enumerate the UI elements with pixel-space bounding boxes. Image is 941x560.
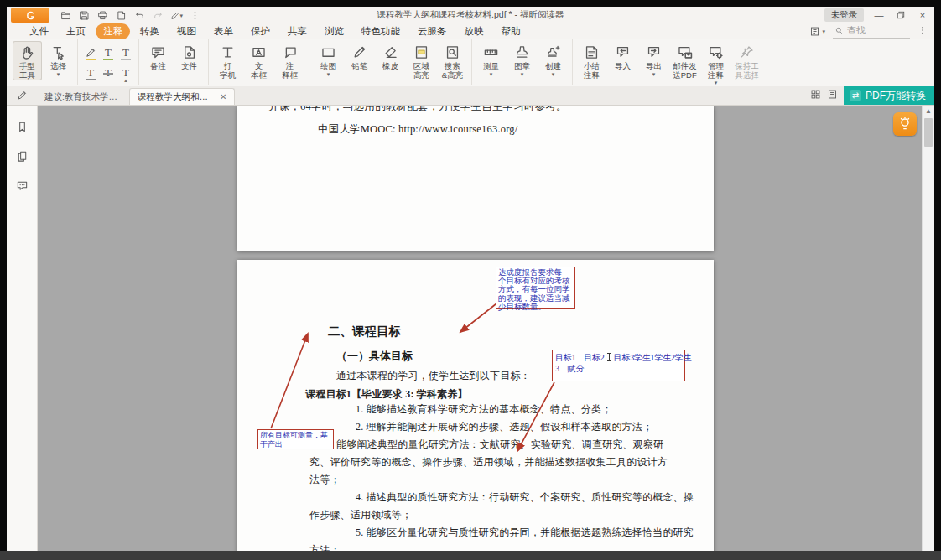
menu-item-5[interactable]: 表单 — [206, 23, 241, 39]
tool-label: 选择 — [50, 62, 66, 71]
menu-item-0[interactable]: 文件 — [22, 23, 56, 39]
stamp-icon — [514, 43, 530, 62]
tool-label: 导入 — [615, 62, 631, 71]
area-highlight-tool[interactable]: 区域高亮 — [407, 41, 436, 80]
bookmark-icon[interactable] — [14, 119, 29, 134]
note-tool[interactable]: 备注 — [143, 41, 173, 72]
print-icon[interactable] — [96, 9, 109, 22]
scrollbar-thumb[interactable] — [924, 118, 933, 147]
highlight-text-tool[interactable] — [82, 44, 99, 63]
menu-item-12[interactable]: 帮助 — [494, 23, 528, 39]
restore-button[interactable] — [894, 9, 907, 21]
typewriter-tool[interactable]: 打字机 — [213, 41, 242, 80]
objective-title-line: 课程目标1【毕业要求 3: 学科素养】 — [305, 387, 468, 402]
underline-text-tool[interactable]: T — [82, 64, 99, 83]
measure-tool[interactable]: 测量▾ — [476, 41, 506, 78]
manage-icon — [708, 43, 724, 62]
eraser-tool[interactable]: 橡皮 — [376, 41, 405, 72]
summarize-comments-tool[interactable]: 小结注释 — [577, 41, 606, 80]
ribbon-group: 小结注释导入导出▾邮件发送PDF管理注释▾保持工具选择 — [573, 39, 766, 85]
import-comments-tool[interactable]: 导入 — [608, 41, 637, 72]
open-icon[interactable] — [60, 9, 72, 22]
menu-item-3[interactable]: 转换 — [133, 23, 167, 39]
callout-annotation-right[interactable]: 目标1 目标2目标3学生1学生2学生 3 赋分 — [552, 350, 685, 381]
document-tab-1[interactable]: 建议:教育技术学专业人... — [37, 89, 129, 105]
replace-text-tool[interactable]: T — [117, 44, 134, 63]
menu-item-6[interactable]: 保护 — [243, 23, 278, 39]
hand-tool[interactable]: 手型工具 — [13, 41, 42, 80]
keep-tool-selected-tool: 保持工具选择 — [732, 41, 762, 80]
tool-label: 搜索&高亮 — [442, 62, 463, 80]
scroll-up-arrow[interactable]: ▲ — [923, 106, 934, 117]
textbox-icon — [251, 43, 267, 62]
menu-item-11[interactable]: 放映 — [457, 23, 491, 39]
page1-text-line-2: 中国大学MOOC: http://www.icourse163.org/ — [318, 122, 517, 137]
app-logo-icon[interactable] — [11, 8, 49, 23]
email-icon — [677, 43, 693, 62]
draw-tool[interactable]: 绘图▾ — [314, 41, 343, 78]
strikeout-text-tool[interactable]: T — [100, 64, 117, 83]
document-view[interactable]: 开课，64学时，与选用的教材配套，方便学生自主学习时参考。中国大学MOOC: h… — [38, 106, 934, 551]
comments-icon[interactable] — [14, 178, 29, 193]
annotate-quill-icon[interactable] — [7, 86, 37, 105]
document-tab-2[interactable]: 课程教学大纲和课程考核...✕ — [129, 88, 235, 105]
ink-sign-icon[interactable]: ▾ — [170, 9, 183, 22]
assistant-lightbulb-button[interactable] — [893, 112, 917, 136]
select-icon — [50, 43, 66, 62]
page-thumbnails-icon[interactable] — [14, 148, 29, 163]
email-pdf-tool[interactable]: 邮件发送PDF — [670, 41, 699, 80]
tab-close-icon[interactable]: ✕ — [220, 92, 226, 101]
save-icon[interactable] — [78, 9, 91, 22]
note-icon — [150, 43, 166, 62]
undo-icon[interactable] — [133, 9, 146, 22]
file-attach-tool[interactable]: 文件 — [174, 41, 204, 72]
pdf-convert-button[interactable]: ⇄ PDF万能转换 — [844, 86, 934, 105]
login-status-badge[interactable]: 未登录 — [824, 8, 865, 22]
vertical-scrollbar[interactable]: ▲ — [922, 106, 934, 551]
tool-label: 橡皮 — [382, 62, 398, 71]
more-options-button[interactable] — [918, 23, 928, 39]
search-input[interactable]: 查找 — [833, 24, 910, 39]
manage-comments-tool[interactable]: 管理注释▾ — [701, 41, 730, 86]
lightbulb-icon — [897, 117, 912, 132]
text-cursor — [609, 353, 610, 361]
select-tool[interactable]: 选择▾ — [44, 41, 73, 78]
minimize-button[interactable]: — — [872, 9, 886, 21]
subsection-heading: （一）具体目标 — [336, 349, 413, 364]
search-highlight-tool[interactable]: 搜索&高亮 — [438, 41, 467, 80]
hand-icon — [19, 43, 35, 62]
tool-label: 图章 — [514, 62, 530, 71]
menu-item-2[interactable]: 注释 — [96, 23, 130, 39]
squiggly-text-tool[interactable]: T — [100, 44, 117, 63]
textbox-tool[interactable]: 文本框 — [244, 41, 273, 80]
menu-item-10[interactable]: 云服务 — [410, 23, 455, 39]
tool-label: 区域高亮 — [413, 62, 429, 80]
pencil-tool[interactable]: 铅笔 — [345, 41, 374, 72]
foxit-reader-window: ▾ 课程教学大纲和课程考核材料.pdf * - 福昕阅读器 未登录 — × 文件… — [7, 7, 934, 551]
page-list-icon[interactable] — [827, 88, 838, 103]
menu-item-4[interactable]: 视图 — [169, 23, 204, 39]
callout-tool[interactable]: 注释框 — [275, 41, 304, 80]
chevron-down-icon: ▾ — [652, 71, 656, 77]
chevron-down-icon: ▾ — [490, 71, 493, 77]
customize-icon[interactable] — [189, 9, 201, 22]
menu-bar: 文件主页注释转换视图表单保护共享浏览特色功能云服务放映帮助 ▾ 查找 — [7, 23, 934, 39]
new-page-icon[interactable] — [115, 9, 127, 22]
menu-item-1[interactable]: 主页 — [59, 23, 93, 39]
callout-annotation-top[interactable]: 达成度报告要求每一个目标有对应的考核方式，有每一位同学的表现，建议适当减少目标数… — [496, 267, 575, 309]
menu-item-7[interactable]: 共享 — [280, 23, 315, 39]
close-button[interactable]: × — [916, 9, 929, 21]
stamp-tool[interactable]: 图章▾ — [507, 41, 537, 78]
menu-item-8[interactable]: 浏览 — [317, 23, 351, 39]
callout-annotation-left[interactable]: 所有目标可测量，基于产出 — [257, 429, 334, 449]
insert-text-tool[interactable]: T▲ — [117, 64, 134, 83]
navigation-sidebar — [7, 106, 38, 551]
redo-icon[interactable] — [152, 9, 164, 22]
create-stamp-tool[interactable]: 创建▾ — [538, 41, 568, 78]
chevron-down-icon: ▾ — [715, 80, 718, 86]
grid-view-icon[interactable] — [810, 88, 821, 103]
view-mode-button[interactable]: ▾ — [809, 26, 825, 37]
menu-item-9[interactable]: 特色功能 — [354, 23, 408, 39]
page1-text-line-1: 开课，64学时，与选用的教材配套，方便学生自主学习时参考。 — [268, 106, 567, 114]
export-comments-tool[interactable]: 导出▾ — [639, 41, 668, 78]
